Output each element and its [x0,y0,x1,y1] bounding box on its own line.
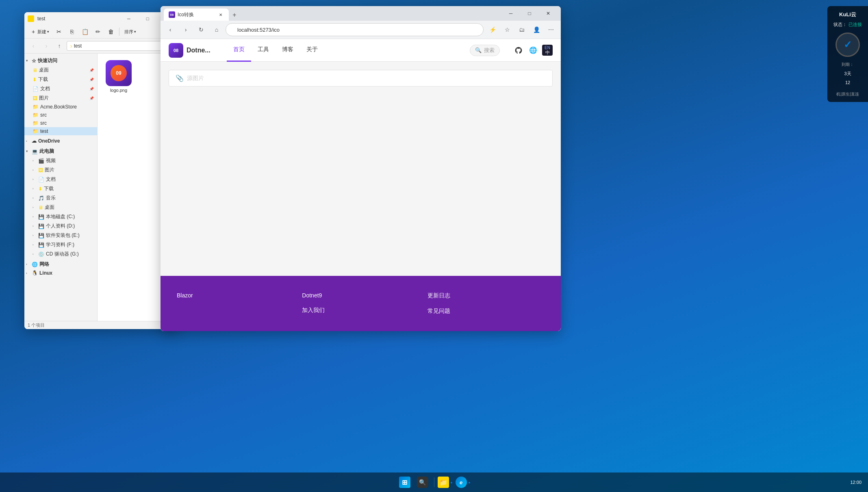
new-button[interactable]: + 新建 ▾ [28,27,52,37]
footer-link-faq[interactable]: 常见问题 [427,308,545,315]
paste-button[interactable]: 📋 [79,27,91,37]
address-input[interactable] [226,23,484,36]
expiry-label: 到期： [831,62,865,67]
browser-refresh-button[interactable]: ↻ [195,23,208,36]
pin-icon: 📌 [89,68,94,72]
footer-col-1: Blazor [177,292,294,315]
footer-link-blazor[interactable]: Blazor [177,292,294,299]
windows-logo-icon: ⊞ [402,479,407,486]
browser-collections-button[interactable]: 🗂 [515,23,528,36]
folder-icon: 📄 [33,86,39,92]
sidebar-item-src1[interactable]: 📁 src [24,111,97,119]
sidebar-item-docs[interactable]: › 📄 文档 [24,175,97,184]
sidebar-item-disk-c[interactable]: › 💾 本地磁盘 (C:) [24,212,97,221]
browser-maximize-button[interactable]: □ [520,6,539,21]
search-box[interactable]: 🔍 搜索 [470,45,500,56]
sidebar-item-images[interactable]: › 🖼 图片 [24,165,97,175]
site-footer: Blazor Dotnet9 加入我们 更新日志 常见问题 [161,276,561,331]
language-button[interactable]: EN 中 [542,45,553,56]
browser-profile-button[interactable]: 👤 [530,23,543,36]
sidebar-item-disk-e[interactable]: › 💾 软件安装包 (E:) [24,231,97,240]
forward-button[interactable]: › [41,40,52,52]
file-explorer-title: test [37,16,118,22]
browser-back-button[interactable]: ‹ [164,23,177,36]
folder-icon: 🖥 [33,67,37,73]
footer-link-dotnet9[interactable]: Dotnet9 [302,292,419,299]
browser-favorite-button[interactable]: ☆ [501,23,514,36]
browser-close-button[interactable]: ✕ [539,6,558,21]
sidebar-item-dl[interactable]: › ⬇ 下载 [24,184,97,193]
sidebar-item-music[interactable]: › 🎵 音乐 [24,193,97,203]
upload-area[interactable]: 📎 源图片 [169,70,553,87]
sidebar-item-desktop[interactable]: 🖥 桌面 📌 [24,65,97,75]
file-label: logo.png [110,88,127,93]
minimize-button[interactable]: ─ [119,12,138,25]
sidebar-item-disk-f[interactable]: › 💾 学习资料 (F:) [24,240,97,249]
onedrive-header[interactable]: › ☁ OneDrive [24,137,97,145]
taskbar-search[interactable]: 🔍 [414,474,431,490]
quick-access-header[interactable]: ▾ ☆ 快速访问 [24,56,97,65]
network-header[interactable]: › 🌐 网络 [24,260,97,269]
sidebar-item-disk-g[interactable]: › 💿 CD 驱动器 (G:) [24,249,97,259]
panel-title: KuLi云 [831,11,865,18]
panel-status: 状态： 已连接 [831,22,865,28]
cut-button[interactable]: ✂ [53,27,65,37]
nav-item-home[interactable]: 首页 [227,39,251,62]
sidebar-item-pictures[interactable]: 🖼 图片 📌 [24,93,97,103]
cd-icon: 💿 [38,251,44,257]
folder-icon: 📁 [33,104,39,110]
sort-button[interactable]: 排序 ▾ [122,27,139,37]
disk-icon: 💾 [38,223,44,229]
browser-menu-button[interactable]: ⋯ [545,23,558,36]
sidebar-item-src2[interactable]: 📁 src [24,119,97,127]
onedrive-section: › ☁ OneDrive [24,136,97,146]
sidebar-item-downloads[interactable]: ⬇ 下载 📌 [24,75,97,84]
sidebar-item-video[interactable]: › 🎬 视频 [24,156,97,165]
explorer-toolbar: + 新建 ▾ ✂ ⎘ 📋 ✏ 🗑 排序 ▾ [24,25,179,39]
taskbar-browser[interactable]: e [456,474,472,490]
browser-titlebar: 08 Ico转换 ✕ + ─ □ ✕ [161,6,561,21]
back-button[interactable]: ‹ [28,40,39,52]
chevron-right-icon: › [26,262,30,266]
site-logo: 08 Dotne... [169,43,210,58]
browser-extension-button[interactable]: ⚡ [486,23,499,36]
address-path[interactable]: › test [67,41,176,51]
sidebar-item-disk-d[interactable]: › 💾 个人资料 (D:) [24,221,97,231]
footer-link-joinus[interactable]: 加入我们 [302,307,419,314]
browser-forward-button[interactable]: › [179,23,192,36]
github-icon-button[interactable] [513,45,524,56]
cut-icon: ✂ [56,28,62,35]
browser-window: 08 Ico转换 ✕ + ─ □ ✕ ‹ › ↻ ⌂ 🔒 [161,6,561,331]
delete-button[interactable]: 🗑 [105,27,117,37]
this-pc-header[interactable]: ▾ 💻 此电脑 [24,147,97,156]
sidebar-item-documents[interactable]: 📄 文档 📌 [24,84,97,93]
taskbar-start-button[interactable]: ⊞ [397,474,413,490]
up-button[interactable]: ↑ [54,40,65,52]
tab-close-button[interactable]: ✕ [217,11,224,18]
taskbar-active-dot [469,482,470,483]
file-item-logo[interactable]: 09 logo.png [102,59,135,94]
maximize-button[interactable]: □ [138,12,157,25]
browser-icon: e [460,479,462,485]
nav-item-about[interactable]: 关于 [300,39,324,62]
pin-icon: 📌 [89,96,94,100]
new-tab-button[interactable]: + [229,9,240,21]
browser-home-button[interactable]: ⌂ [210,23,223,36]
sidebar-item-acmebookstore[interactable]: 📁 Acme.BookStore [24,103,97,111]
sidebar-item-desktop2[interactable]: › 🖥 桌面 [24,203,97,212]
nav-item-tools[interactable]: 工具 [251,39,276,62]
chevron-right-icon: › [26,271,30,275]
footer-link-changelog[interactable]: 更新日志 [427,292,545,299]
paste-icon: 📋 [82,28,88,35]
copy-button[interactable]: ⎘ [66,27,78,37]
sidebar-item-test[interactable]: 📁 test [24,127,97,135]
browser-tabs: 08 Ico转换 ✕ + [164,6,240,21]
browser-minimize-button[interactable]: ─ [501,6,520,21]
browser-tab-active[interactable]: 08 Ico转换 ✕ [164,9,229,21]
nav-item-blog[interactable]: 博客 [276,39,300,62]
linux-header[interactable]: › 🐧 Linux [24,269,97,277]
taskbar-file-explorer[interactable]: 📁 [438,474,454,490]
globe-icon-button[interactable]: 🌐 [527,45,539,56]
cloud-icon: ☁ [32,138,37,144]
rename-button[interactable]: ✏ [92,27,104,37]
